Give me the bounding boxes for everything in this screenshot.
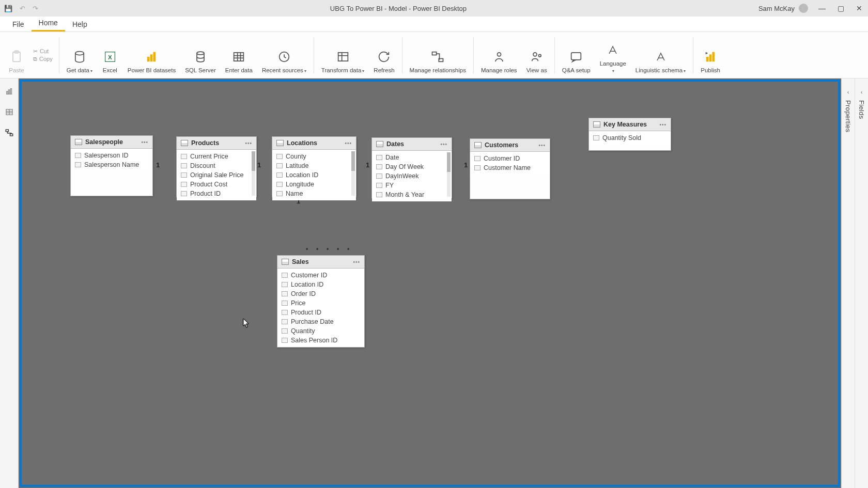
report-view-icon[interactable] <box>4 86 15 97</box>
table-row[interactable]: Purchase Date <box>277 317 364 326</box>
table-title: Key Measures <box>603 121 647 128</box>
table-row[interactable]: Month & Year <box>372 190 452 199</box>
table-row[interactable]: Day Of Week <box>372 162 452 171</box>
table-row[interactable]: Date <box>372 153 452 162</box>
maximize-icon[interactable]: ▢ <box>836 4 845 12</box>
sql-server-button[interactable]: SQL Server <box>181 34 220 76</box>
table-icon <box>474 142 482 148</box>
transform-data-button[interactable]: Transform data <box>317 34 369 76</box>
table-row[interactable]: Quantity Sold <box>589 133 671 143</box>
tab-file[interactable]: File <box>5 17 32 32</box>
properties-pane-collapsed[interactable]: ‹ Properties <box>841 78 855 488</box>
table-row[interactable]: Location ID <box>272 170 356 180</box>
table-row[interactable]: Name <box>272 189 356 198</box>
table-title: Products <box>191 139 219 147</box>
table-row[interactable]: County <box>272 152 356 161</box>
table-row[interactable]: Customer Name <box>470 163 550 172</box>
view-as-button[interactable]: View as <box>522 34 551 76</box>
more-icon[interactable]: ••• <box>659 122 667 128</box>
svg-point-8 <box>197 52 204 55</box>
enter-data-button[interactable]: Enter data <box>221 34 257 76</box>
svg-rect-9 <box>234 53 244 61</box>
svg-rect-34 <box>6 130 8 132</box>
svg-rect-26 <box>712 52 715 62</box>
refresh-button[interactable]: Refresh <box>369 34 398 76</box>
table-row[interactable]: Salesperson ID <box>71 151 152 160</box>
chevron-left-icon[interactable]: ‹ <box>861 89 863 95</box>
recent-sources-button[interactable]: Recent sources <box>258 34 311 76</box>
table-row[interactable]: Product ID <box>177 189 256 198</box>
fields-pane-collapsed[interactable]: ‹ Fields <box>855 78 868 488</box>
more-icon[interactable]: ••• <box>538 143 546 148</box>
close-icon[interactable]: ✕ <box>855 4 864 12</box>
more-icon[interactable]: ••• <box>141 139 148 145</box>
user-name: Sam McKay <box>758 5 795 12</box>
table-row[interactable]: Price <box>277 298 364 308</box>
table-row[interactable]: Latitude <box>272 161 356 170</box>
undo-icon[interactable]: ↶ <box>20 5 25 12</box>
svg-rect-23 <box>571 53 581 60</box>
table-row[interactable]: Customer ID <box>470 154 550 163</box>
table-row[interactable]: Customer ID <box>277 271 364 280</box>
table-key-measures[interactable]: Key Measures••• Quantity Sold <box>588 118 671 151</box>
cardinality-one: 1 <box>156 161 160 169</box>
get-data-button[interactable]: Get data <box>63 34 97 76</box>
tab-home[interactable]: Home <box>32 15 65 32</box>
qa-setup-button[interactable]: Q&A setup <box>558 34 595 76</box>
pbi-datasets-button[interactable]: Power BI datasets <box>123 34 180 76</box>
more-icon[interactable]: ••• <box>345 140 352 146</box>
table-row[interactable]: Original Sale Price <box>177 170 256 180</box>
data-view-icon[interactable] <box>4 106 15 118</box>
publish-button[interactable]: Publish <box>696 34 724 76</box>
table-row[interactable]: Location ID <box>277 280 364 289</box>
table-locations[interactable]: Locations••• County Latitude Location ID… <box>272 136 357 197</box>
model-canvas[interactable]: 1 1 1 1 1 * * * * * Salespeople••• Sales… <box>19 78 841 488</box>
refresh-icon <box>376 49 392 65</box>
table-row[interactable]: Current Price <box>177 152 256 161</box>
table-row[interactable]: FY <box>372 181 452 190</box>
more-icon[interactable]: ••• <box>245 140 252 146</box>
scissors-icon: ✂ <box>33 48 38 55</box>
more-icon[interactable]: ••• <box>353 259 360 265</box>
clipboard-icon <box>8 49 25 65</box>
database-icon <box>71 49 88 65</box>
more-icon[interactable]: ••• <box>440 141 447 147</box>
table-customers[interactable]: Customers••• Customer ID Customer Name <box>470 138 550 199</box>
table-row[interactable]: Discount <box>177 161 256 170</box>
language-button[interactable]: Language <box>596 34 630 76</box>
table-salespeople[interactable]: Salespeople••• Salesperson ID Salesperso… <box>70 135 153 196</box>
avatar[interactable] <box>799 4 808 13</box>
table-products[interactable]: Products••• Current Price Discount Origi… <box>176 136 257 197</box>
table-row[interactable]: Product Cost <box>177 180 256 189</box>
table-row[interactable]: Salesperson Name <box>71 160 152 169</box>
table-row[interactable]: Sales Person ID <box>277 336 364 345</box>
table-sales[interactable]: Sales••• Customer ID Location ID Order I… <box>277 255 365 348</box>
save-icon[interactable]: 💾 <box>4 5 12 12</box>
svg-rect-35 <box>10 134 12 136</box>
redo-icon[interactable]: ↷ <box>33 5 38 12</box>
table-row[interactable]: Order ID <box>277 289 364 298</box>
table-row[interactable]: DayInWeek <box>372 171 452 181</box>
manage-relationships-button[interactable]: Manage relationships <box>406 34 470 76</box>
manage-roles-button[interactable]: Manage roles <box>477 34 521 76</box>
svg-point-22 <box>538 55 541 57</box>
tab-help[interactable]: Help <box>65 17 95 32</box>
table-row[interactable]: Product ID <box>277 308 364 317</box>
table-row[interactable]: Quantity <box>277 326 364 336</box>
model-view-icon[interactable] <box>4 127 15 138</box>
linguistic-schema-button[interactable]: Linguistic schema <box>631 34 690 76</box>
cut-button: ✂Cut <box>33 48 53 55</box>
svg-rect-6 <box>150 55 153 62</box>
excel-icon: X <box>102 49 118 65</box>
excel-button[interactable]: X Excel <box>98 34 122 76</box>
svg-rect-25 <box>709 55 712 62</box>
table-row[interactable]: Longitude <box>272 180 356 189</box>
table-title: Salespeople <box>85 138 123 146</box>
minimize-icon[interactable]: ― <box>817 4 827 12</box>
mouse-cursor <box>243 318 250 328</box>
table-icon <box>230 49 247 65</box>
svg-rect-15 <box>338 53 348 61</box>
table-title: Customers <box>485 141 518 149</box>
table-dates[interactable]: Dates••• Date Day Of Week DayInWeek FY M… <box>371 137 452 198</box>
chevron-left-icon[interactable]: ‹ <box>847 89 849 95</box>
